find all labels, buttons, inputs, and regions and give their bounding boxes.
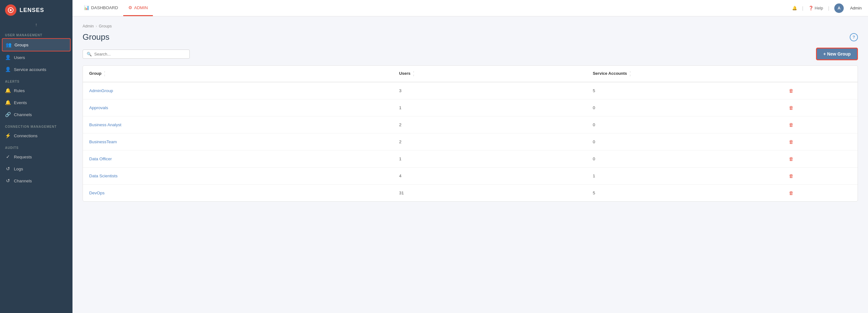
- group-link[interactable]: Data Officer: [89, 156, 112, 161]
- nav-admin[interactable]: ⚙ ADMIN: [123, 0, 153, 16]
- col-header-group[interactable]: Group ↑↓: [83, 66, 393, 82]
- cell-service-accounts-count: 0: [587, 150, 780, 168]
- table-row: Approvals 1 0 🗑: [83, 99, 858, 116]
- delete-button[interactable]: 🗑: [786, 155, 796, 163]
- cell-users-count: 31: [393, 184, 587, 202]
- logo-text: LENSES: [20, 7, 44, 13]
- table-row: Data Scientists 4 1 🗑: [83, 168, 858, 184]
- audit-channels-icon: ↺: [5, 178, 11, 183]
- dashboard-icon: 📊: [84, 5, 89, 10]
- cell-group-name: AdminGroup: [83, 82, 393, 99]
- delete-button[interactable]: 🗑: [786, 121, 796, 129]
- breadcrumb: Admin › Groups: [83, 24, 858, 28]
- topnav: 📊 DASHBOARD ⚙ ADMIN 🔔 | ❓ Help | A Admin: [72, 0, 868, 17]
- requests-icon: ✓: [5, 154, 11, 160]
- service-accounts-icon: 👤: [5, 66, 11, 72]
- sidebar-logo: LENSES: [0, 0, 72, 20]
- page-title: Groups: [83, 32, 110, 42]
- user-name: Admin: [850, 6, 862, 10]
- cell-group-name: Business Analyst: [83, 116, 393, 134]
- notifications-button[interactable]: 🔔: [792, 6, 797, 10]
- groups-table-card: Group ↑↓ Users ↑↓ Service Accounts ↑↓: [83, 65, 858, 202]
- cell-group-name: DevOps: [83, 184, 393, 202]
- col-header-users[interactable]: Users ↑↓: [393, 66, 587, 82]
- sidebar-item-events[interactable]: 🔔 Events: [0, 96, 72, 109]
- sidebar-item-connections[interactable]: ⚡ Connections: [0, 130, 72, 142]
- cell-actions: 🗑: [780, 150, 858, 168]
- delete-button[interactable]: 🗑: [786, 172, 796, 180]
- logs-icon: ↺: [5, 166, 11, 172]
- sidebar-item-logs[interactable]: ↺ Logs: [0, 163, 72, 175]
- divider2: |: [828, 6, 830, 11]
- search-input[interactable]: [94, 52, 186, 56]
- help-circle-icon: ❓: [808, 6, 813, 10]
- breadcrumb-current: Groups: [99, 24, 112, 28]
- sort-users-icon: ↑↓: [413, 71, 414, 77]
- logo-icon: [5, 4, 17, 16]
- group-link[interactable]: DevOps: [89, 191, 105, 195]
- sidebar-item-groups[interactable]: 👥 Groups: [2, 38, 71, 51]
- help-button[interactable]: ❓ Help: [808, 6, 823, 10]
- cell-users-count: 2: [393, 134, 587, 150]
- col-header-service-accounts[interactable]: Service Accounts ↑↓: [587, 66, 780, 82]
- trash-icon: 🗑: [789, 88, 794, 93]
- group-link[interactable]: Business Analyst: [89, 122, 121, 127]
- sort-group-icon: ↑↓: [104, 71, 105, 77]
- group-link[interactable]: AdminGroup: [89, 88, 113, 93]
- sidebar-item-users[interactable]: 👤 Users: [0, 51, 72, 63]
- sort-service-icon: ↑↓: [629, 71, 631, 77]
- cell-service-accounts-count: 0: [587, 116, 780, 134]
- cell-service-accounts-count: 0: [587, 99, 780, 116]
- groups-icon: 👥: [6, 42, 11, 48]
- trash-icon: 🗑: [789, 139, 794, 144]
- sidebar: LENSES ↑ USER MANAGEMENT 👥 Groups 👤 User…: [0, 0, 72, 313]
- cell-users-count: 2: [393, 116, 587, 134]
- sidebar-collapse-button[interactable]: ↑: [0, 20, 72, 29]
- delete-button[interactable]: 🗑: [786, 87, 796, 95]
- cell-actions: 🗑: [780, 184, 858, 202]
- sidebar-item-channels-audit[interactable]: ↺ Channels: [0, 175, 72, 187]
- cell-group-name: Approvals: [83, 99, 393, 116]
- topnav-right: 🔔 | ❓ Help | A Admin: [792, 3, 862, 13]
- sidebar-item-rules[interactable]: 🔔 Rules: [0, 85, 72, 96]
- delete-button[interactable]: 🗑: [786, 104, 796, 112]
- avatar: A: [834, 3, 844, 13]
- cell-group-name: BusinessTeam: [83, 134, 393, 150]
- trash-icon: 🗑: [789, 105, 794, 110]
- section-audits: AUDITS: [0, 142, 72, 151]
- cell-actions: 🗑: [780, 168, 858, 184]
- table-body: AdminGroup 3 5 🗑 Approvals 1 0 🗑 Bus: [83, 82, 858, 201]
- trash-icon: 🗑: [789, 190, 794, 196]
- cell-group-name: Data Officer: [83, 150, 393, 168]
- connections-icon: ⚡: [5, 133, 11, 139]
- cell-actions: 🗑: [780, 82, 858, 99]
- admin-icon: ⚙: [128, 5, 132, 10]
- cell-service-accounts-count: 5: [587, 184, 780, 202]
- group-link[interactable]: Approvals: [89, 105, 108, 110]
- delete-button[interactable]: 🗑: [786, 138, 796, 146]
- nav-dashboard[interactable]: 📊 DASHBOARD: [79, 0, 123, 16]
- cell-users-count: 1: [393, 99, 587, 116]
- trash-icon: 🗑: [789, 122, 794, 127]
- breadcrumb-admin[interactable]: Admin: [83, 24, 94, 28]
- content-area: Admin › Groups Groups ? 🔍 + New Group Gr…: [72, 17, 868, 313]
- events-icon: 🔔: [5, 100, 11, 105]
- trash-icon: 🗑: [789, 173, 794, 178]
- page-help-button[interactable]: ?: [850, 33, 858, 41]
- groups-table: Group ↑↓ Users ↑↓ Service Accounts ↑↓: [83, 66, 858, 201]
- table-header-row: Group ↑↓ Users ↑↓ Service Accounts ↑↓: [83, 66, 858, 82]
- page-header: Groups ?: [83, 32, 858, 42]
- sidebar-item-service-accounts[interactable]: 👤 Service accounts: [0, 63, 72, 76]
- table-row: Business Analyst 2 0 🗑: [83, 116, 858, 134]
- group-link[interactable]: BusinessTeam: [89, 139, 117, 144]
- section-user-management: USER MANAGEMENT: [0, 29, 72, 38]
- sidebar-item-channels[interactable]: 🔗 Channels: [0, 109, 72, 120]
- new-group-button[interactable]: + New Group: [816, 48, 858, 60]
- bell-icon: 🔔: [792, 6, 797, 10]
- col-header-actions: [780, 66, 858, 82]
- breadcrumb-separator: ›: [95, 24, 97, 28]
- sidebar-item-requests[interactable]: ✓ Requests: [0, 151, 72, 163]
- cell-users-count: 3: [393, 82, 587, 99]
- group-link[interactable]: Data Scientists: [89, 174, 118, 178]
- delete-button[interactable]: 🗑: [786, 189, 796, 197]
